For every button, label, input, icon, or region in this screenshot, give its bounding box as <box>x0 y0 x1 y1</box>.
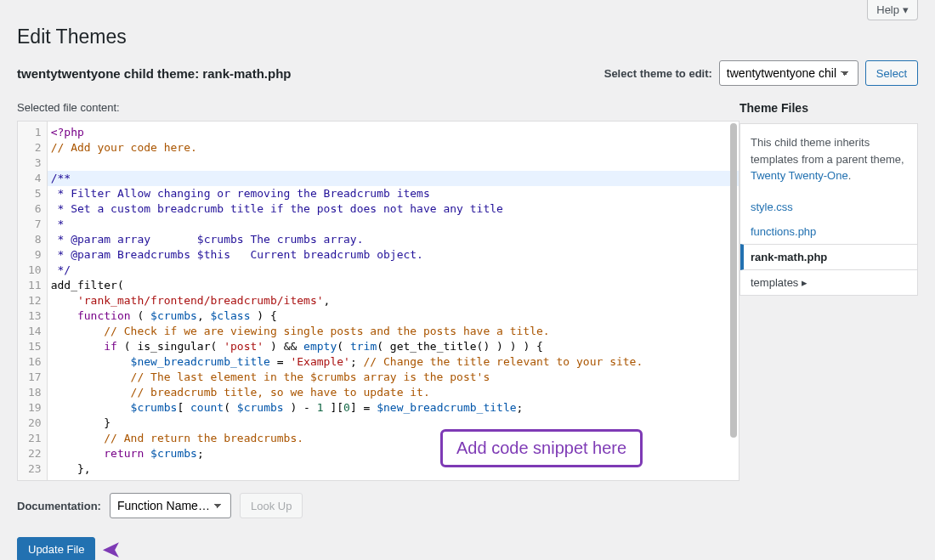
inherit-note: This child theme inherits templates from… <box>740 124 917 195</box>
help-label: Help <box>876 3 899 16</box>
file-item-templates[interactable]: templates ▸ <box>740 270 917 295</box>
update-file-button[interactable]: Update File <box>17 537 95 560</box>
chevron-right-icon: ▸ <box>802 276 808 289</box>
file-item-functions-php[interactable]: functions.php <box>740 219 917 244</box>
selected-file-label: Selected file content: <box>17 101 740 114</box>
page-title: Edit Themes <box>17 25 918 48</box>
documentation-label: Documentation: <box>17 500 101 512</box>
theme-select-label: Select theme to edit: <box>604 67 712 80</box>
theme-select[interactable]: twentytwentyone chil <box>719 60 858 86</box>
parent-theme-link[interactable]: Twenty Twenty-One <box>751 169 848 182</box>
arrow-icon: ➤ <box>102 535 122 560</box>
chevron-down-icon: ▾ <box>903 3 909 16</box>
file-item-style-css[interactable]: style.css <box>740 195 917 219</box>
documentation-select[interactable]: Function Name… <box>110 493 231 518</box>
file-subtitle: twentytwentyone child theme: rank-math.p… <box>17 66 292 81</box>
sidebar-title: Theme Files <box>740 101 918 123</box>
code-content[interactable]: <?php// Add your code here. /** * Filter… <box>48 122 739 480</box>
file-list: style.cssfunctions.phprank-math.phptempl… <box>740 195 917 295</box>
select-button[interactable]: Select <box>865 60 918 86</box>
annotation-callout: Add code snippet here <box>440 429 643 467</box>
help-button[interactable]: Help ▾ <box>867 0 918 20</box>
file-item-rank-math-php[interactable]: rank-math.php <box>740 244 917 270</box>
scrollbar[interactable] <box>730 123 737 438</box>
code-editor[interactable]: 123456789101112131415161718192021222324 … <box>17 121 740 481</box>
lookup-button[interactable]: Look Up <box>240 493 303 518</box>
line-gutter: 123456789101112131415161718192021222324 <box>18 122 48 480</box>
